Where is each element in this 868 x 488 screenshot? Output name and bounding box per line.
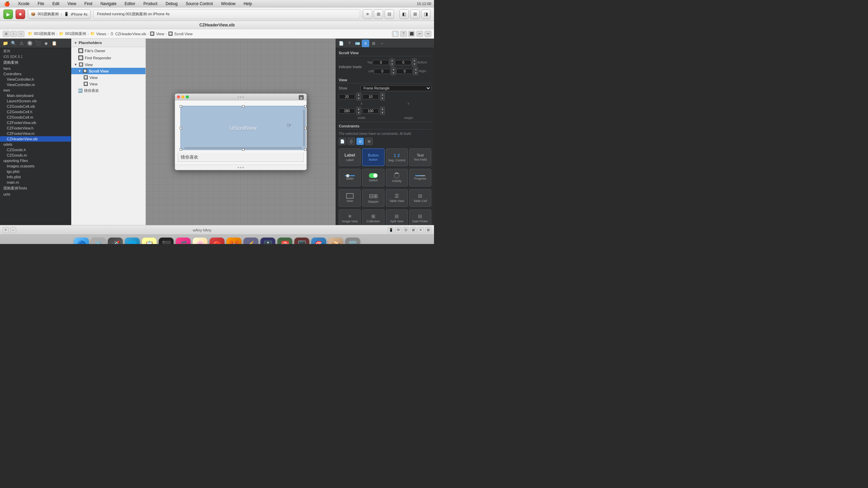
constraints-pin-btn[interactable]: ⊙ bbox=[356, 138, 364, 145]
y-stepper[interactable]: ▲▼ bbox=[380, 93, 385, 101]
rpanel-tab-identity[interactable]: 🪪 bbox=[354, 40, 361, 47]
dock-app6[interactable]: 📦 bbox=[328, 238, 343, 244]
menu-view[interactable]: View bbox=[66, 1, 78, 6]
view1-item[interactable]: 🔲 View bbox=[71, 74, 145, 81]
dock-app4[interactable]: 🖥️ bbox=[294, 238, 309, 244]
bb-fit-btn[interactable]: ⊡ bbox=[403, 227, 409, 233]
top-stepper[interactable]: ▲▼ bbox=[390, 58, 394, 66]
dock-app1[interactable]: 🔴 bbox=[210, 238, 224, 244]
sidebar-item-supporting[interactable]: upporting Files bbox=[0, 158, 71, 163]
editor-assistant-btn[interactable]: ⊞ bbox=[374, 9, 383, 19]
label-item[interactable]: 🔤 猜你喜欢 bbox=[71, 87, 145, 94]
breadcrumb-item-project[interactable]: 001团购案例 bbox=[34, 31, 55, 36]
constraints-grid-btn[interactable]: ⊞ bbox=[365, 138, 373, 145]
sidebar-item-1[interactable]: iOS SDK 8.1 bbox=[0, 54, 71, 59]
dock-finder[interactable]: 🔵 bbox=[74, 238, 89, 244]
sidebar-item-czheaderviewxib[interactable]: CZHeaderView.xib bbox=[0, 136, 71, 142]
bb-device-btn[interactable]: 📱 bbox=[388, 227, 394, 233]
sidebar-item-controllers[interactable]: Controllers bbox=[0, 71, 71, 77]
first-responder-item[interactable]: 🔲 First Responder bbox=[71, 54, 145, 61]
dock-app3[interactable]: 📅 bbox=[277, 238, 292, 244]
scroll-view-item[interactable]: ▼ 🔲 Scroll View bbox=[71, 68, 145, 74]
menu-editor[interactable]: Editor bbox=[123, 1, 137, 6]
sidebar-item-2[interactable]: 团购案例 bbox=[0, 59, 71, 66]
nav-report-icon[interactable]: 📋 bbox=[51, 40, 58, 47]
dock-photos[interactable]: 🌸 bbox=[193, 238, 208, 244]
show-select[interactable]: Frame Rectangle bbox=[360, 85, 431, 91]
rpanel-tab-file[interactable]: 📄 bbox=[337, 40, 345, 47]
rpanel-tab-connections[interactable]: → bbox=[378, 40, 386, 47]
sidebar-item-0[interactable]: 案例 bbox=[0, 48, 71, 54]
sidebar-item-czgoodsh[interactable]: CZGoods.h bbox=[0, 147, 71, 152]
sidebar-item-czgoodscellh[interactable]: CZGoodsCell.h bbox=[0, 109, 71, 115]
menu-help[interactable]: Help bbox=[242, 1, 253, 6]
editor-version-btn[interactable]: ⊟ bbox=[384, 9, 394, 19]
bb-zoom-btn[interactable]: ⊞ bbox=[410, 227, 416, 233]
dock-filezilla[interactable]: ✂️ bbox=[226, 238, 241, 244]
nav-warning-icon[interactable]: ⚠ bbox=[18, 40, 25, 47]
sidebar-item-images[interactable]: Images.xcassets bbox=[0, 163, 71, 169]
sidebar-item-czgoodscellm[interactable]: CZGoodsCell.m bbox=[0, 115, 71, 120]
sidebar-item-viewcontrollerm[interactable]: ViewController.m bbox=[0, 82, 71, 87]
menu-window[interactable]: Window bbox=[220, 1, 237, 6]
dock-music[interactable]: 🎵 bbox=[176, 238, 191, 244]
width-stepper[interactable]: ▲▼ bbox=[356, 107, 361, 115]
top-input[interactable] bbox=[373, 60, 389, 65]
dock-sequel[interactable]: 🗄️ bbox=[260, 238, 275, 244]
sidebar-item-czfooterviewh[interactable]: CZFooterView.h bbox=[0, 125, 71, 131]
run-button[interactable]: ▶ bbox=[3, 9, 13, 19]
navigator-btn[interactable]: ◧ bbox=[399, 9, 409, 19]
breadcrumb-next-btn[interactable]: › bbox=[18, 31, 24, 37]
dock-safari[interactable]: 🌐 bbox=[125, 238, 140, 244]
y-input[interactable] bbox=[362, 94, 379, 99]
sidebar-item-tgsplist[interactable]: tgs.plist bbox=[0, 169, 71, 174]
forward-btn[interactable]: ↪ bbox=[425, 31, 431, 37]
nav-folder-icon[interactable]: 📁 bbox=[2, 40, 9, 47]
sidebar-item-mainm[interactable]: main.m bbox=[0, 180, 71, 185]
menu-source-control[interactable]: Source Control bbox=[184, 1, 214, 6]
bb-rotate-btn[interactable]: ⟳ bbox=[395, 227, 401, 233]
width-input[interactable] bbox=[339, 108, 355, 114]
sidebar-item-czfooterviewxib[interactable]: CZFooterView.xib bbox=[0, 120, 71, 125]
sidebar-item-tests[interactable]: 团购案例Tests bbox=[0, 185, 71, 191]
view-root-item[interactable]: ▼ 🔲 View bbox=[71, 61, 145, 68]
right-stepper[interactable]: ▲▼ bbox=[413, 67, 418, 75]
files-owner-item[interactable]: 🔲 File's Owner bbox=[71, 47, 145, 54]
x-input[interactable] bbox=[339, 94, 355, 99]
nav-debug-icon[interactable]: ⬛ bbox=[35, 40, 41, 47]
sidebar-item-ucts[interactable]: ucts bbox=[0, 191, 71, 197]
breadcrumb-item-xib[interactable]: CZHeaderView.xib bbox=[115, 32, 146, 36]
bb-list-btn[interactable]: ≡ bbox=[418, 227, 424, 233]
breadcrumb-prev-btn[interactable]: ‹ bbox=[10, 31, 17, 37]
debug-area-btn[interactable]: ⊞ bbox=[410, 9, 420, 19]
rpanel-tab-size[interactable]: ⊞ bbox=[370, 40, 377, 47]
widget-table[interactable]: ☰ Table View bbox=[386, 189, 408, 207]
ib-scroll-view[interactable]: UIScrollView ☞ bbox=[180, 106, 306, 150]
constraints-code-btn[interactable]: {} bbox=[348, 138, 355, 145]
dock-terminal[interactable]: ⬛ bbox=[159, 238, 174, 244]
apple-menu[interactable]: 🍎 bbox=[3, 1, 11, 6]
right-input[interactable] bbox=[396, 69, 413, 74]
editor-standard-btn[interactable]: ≡ bbox=[363, 9, 372, 19]
breadcrumb-item-view[interactable]: View bbox=[156, 32, 164, 36]
file-inspector-btn[interactable]: 📄 bbox=[392, 31, 399, 37]
dock-notes[interactable]: 📋 bbox=[142, 238, 157, 244]
menu-navigate[interactable]: Navigate bbox=[99, 1, 118, 6]
nav-test-icon[interactable]: 🔘 bbox=[26, 40, 33, 47]
dock-launchpad[interactable]: 🚀 bbox=[108, 238, 123, 244]
menu-edit[interactable]: Edit bbox=[51, 1, 61, 6]
widget-slider2[interactable]: Progress bbox=[409, 169, 431, 186]
help-btn[interactable]: ? bbox=[400, 31, 407, 37]
sidebar-item-launchscreen[interactable]: LaunchScreen.xib bbox=[0, 98, 71, 104]
menu-debug[interactable]: Debug bbox=[164, 1, 179, 6]
x-stepper[interactable]: ▲▼ bbox=[356, 93, 361, 101]
breadcrumb-item-project2[interactable]: 001团购案例 bbox=[65, 31, 86, 36]
quick-help-btn[interactable]: ⬛ bbox=[408, 31, 415, 37]
widget-calc[interactable]: ⊟ Date Picker bbox=[409, 209, 431, 225]
widget-toggle[interactable]: Switch bbox=[362, 169, 384, 186]
view2-item[interactable]: 🔲 View bbox=[71, 81, 145, 87]
constraints-doc-btn[interactable]: 📄 bbox=[339, 138, 346, 145]
bottom-input[interactable] bbox=[395, 60, 411, 65]
breadcrumb-item-scroll-view[interactable]: Scroll View bbox=[174, 32, 193, 36]
sidebar-item-3[interactable]: hers bbox=[0, 66, 71, 71]
